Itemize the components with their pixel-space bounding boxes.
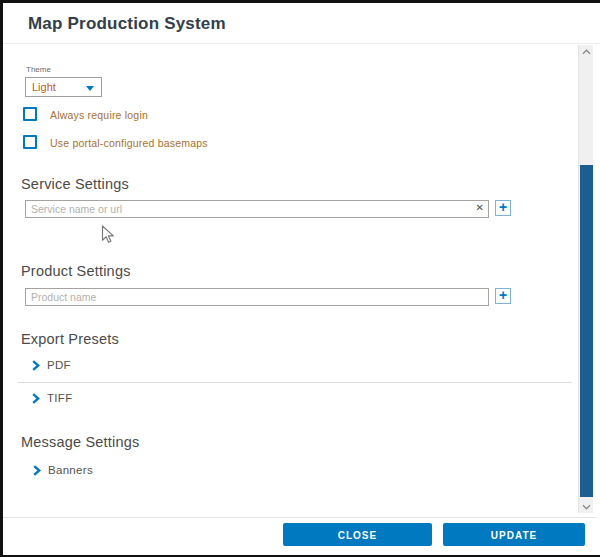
- product-input-group: [25, 287, 489, 305]
- dialog-titlebar: Map Production System: [3, 3, 600, 44]
- scrollbar-thumb[interactable]: [580, 165, 593, 497]
- theme-dropdown[interactable]: Light: [25, 77, 102, 97]
- export-preset-pdf-expander[interactable]: PDF: [32, 359, 71, 371]
- service-input-group: ✕: [25, 199, 489, 217]
- close-button[interactable]: CLOSE: [283, 523, 432, 546]
- chevron-down-icon: [86, 86, 94, 91]
- scrollbar[interactable]: [578, 45, 593, 513]
- dialog-title: Map Production System: [28, 14, 226, 34]
- always-require-login-label: Always require login: [50, 109, 148, 121]
- map-production-system-dialog: Map Production System Theme Light Always…: [0, 0, 600, 557]
- add-service-button[interactable]: +: [495, 200, 511, 216]
- banners-expander[interactable]: Banners: [33, 464, 93, 476]
- service-settings-heading: Service Settings: [21, 176, 129, 192]
- use-portal-basemaps-checkbox[interactable]: [23, 135, 37, 149]
- chevron-right-icon: [32, 393, 40, 404]
- theme-label: Theme: [26, 65, 51, 74]
- use-portal-basemaps-label: Use portal-configured basemaps: [50, 137, 208, 149]
- product-settings-heading: Product Settings: [21, 263, 131, 279]
- export-presets-heading: Export Presets: [21, 331, 119, 347]
- chevron-right-icon: [33, 465, 41, 476]
- export-preset-tiff-expander[interactable]: TIFF: [32, 392, 72, 404]
- footer-divider: [3, 517, 597, 518]
- service-name-input[interactable]: [25, 200, 489, 218]
- message-settings-heading: Message Settings: [21, 434, 139, 450]
- window-border-left: [0, 0, 3, 557]
- mouse-cursor-icon: [101, 225, 115, 249]
- add-product-button[interactable]: +: [495, 288, 511, 304]
- always-require-login-checkbox[interactable]: [23, 107, 37, 121]
- export-preset-pdf-label: PDF: [47, 359, 71, 371]
- window-border-top: [0, 0, 600, 3]
- product-name-input[interactable]: [25, 288, 489, 306]
- export-preset-tiff-label: TIFF: [47, 392, 72, 404]
- banners-label: Banners: [48, 464, 93, 476]
- scroll-down-icon[interactable]: [579, 500, 594, 513]
- update-button[interactable]: UPDATE: [443, 523, 585, 546]
- theme-selected-value: Light: [32, 81, 56, 93]
- scroll-up-icon[interactable]: [579, 45, 594, 58]
- clear-icon[interactable]: ✕: [476, 202, 484, 214]
- chevron-right-icon: [32, 360, 40, 371]
- divider: [18, 382, 572, 383]
